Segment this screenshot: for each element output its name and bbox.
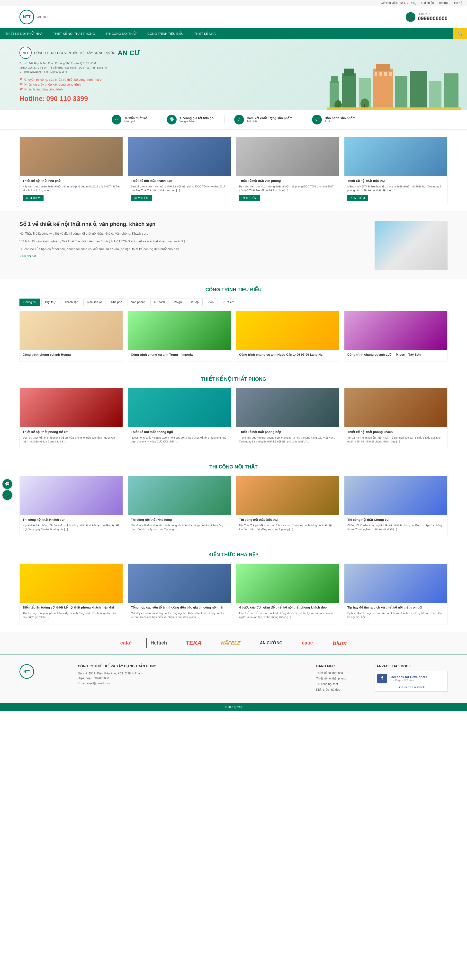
nav-contact-link[interactable]: Liên hệ: [453, 1, 462, 5]
svg-rect-19: [327, 107, 461, 110]
card-phong-tre-em: Thiết kế nội thất phòng trẻ em Đối ngũ t…: [19, 388, 123, 449]
brand-cata-2[interactable]: cataC: [297, 638, 318, 648]
footer-logo-circle: NTT: [19, 664, 34, 679]
nav-intro-link[interactable]: Giới thiệu: [421, 1, 434, 5]
kn-img-1: [20, 564, 123, 603]
phone-icon: 📞: [406, 12, 416, 22]
card-nha-pho: Thiết kế nội thất nhà phố Hãy xem qua 1 …: [19, 137, 123, 204]
find-fb-link[interactable]: Find us on Facebook: [397, 686, 425, 689]
card-tc-biet-thu: Thi công nội thất Biệt thự Nội Thất Trẻ …: [236, 476, 339, 537]
feature-price: 💎 Tư công giá tốt hơn gói Với giá thành: [157, 115, 225, 124]
btn-more-khach-san[interactable]: XEM THÊM: [131, 195, 152, 201]
banner: NTT CÔNG TY TNHH TƯ VẤN ĐẦU TƯ - XÂY DỰN…: [0, 40, 467, 110]
cong-trinh-tabs: Chung cư Biệt thự Khách sạn Nhà liên kế …: [19, 299, 448, 306]
working-hours: Giờ làm việc: 8:00(T2 - CN): [381, 1, 416, 5]
top-bar: Giờ làm việc: 8:00(T2 - CN) Giới thiệu T…: [0, 0, 467, 6]
tab-p-khach[interactable]: P.Khách: [150, 299, 169, 306]
card-img-phong-bep: [236, 388, 339, 427]
logo-sub: NỘI THẤT: [37, 16, 48, 19]
brand-cata-1[interactable]: cataC: [115, 638, 137, 648]
kn-card-1: Biến tấu ấn tượng với thiết kế nội thất …: [19, 563, 123, 625]
facebook-icon: f: [377, 674, 387, 683]
card-phong-ngu: Thiết kế nội thất phòng ngủ Ngoài nơi nh…: [128, 388, 231, 449]
brand-hafele[interactable]: HÄFELE: [216, 638, 245, 648]
feature-icon-price: 💎: [167, 115, 177, 124]
logo[interactable]: NTT NỘI THẤT: [19, 10, 48, 24]
nav-news-link[interactable]: Tin tức: [438, 1, 448, 5]
project-4: Công trình chung cư anh Lưởi – Mipec – T…: [344, 311, 448, 361]
tab-p-bep[interactable]: P.Bếp: [187, 299, 202, 306]
tab-nha-pho[interactable]: Nhà phố: [107, 299, 126, 306]
card-img-phong-khach: [344, 388, 447, 427]
feature-quality: ✓ Cam kết chất lượng sản phẩm Tốt nhất: [225, 115, 302, 124]
banner-address: Trụ sở: 147 Huynh Tấn Phát, Phường Phú T…: [19, 61, 448, 74]
btn-more-biet-thu[interactable]: XEM THÊM: [347, 195, 368, 201]
cong-trinh-section: CÔNG TRÌNH TIÊU BIỂU Chung cư Biệt thự K…: [0, 279, 467, 369]
banner-logo-text: NTT: [22, 51, 29, 55]
search-button[interactable]: 🔍: [453, 28, 467, 40]
tab-nha-lien-ke[interactable]: Nhà liên kế: [83, 299, 106, 306]
find-on-facebook[interactable]: Find us on Facebook: [377, 685, 445, 689]
banner-company-name: AN CƯ: [118, 49, 140, 57]
card-img-tc-khach-san: [20, 476, 123, 515]
tab-biet-thu[interactable]: Biệt thự: [41, 299, 59, 306]
card-img-phong-tre-em: [20, 388, 123, 427]
kien-thuc-section: KIẾN THỨC NHÀ ĐẸP Biến tấu ấn tượng với …: [0, 544, 467, 632]
banner-logo: NTT CÔNG TY TNHH TƯ VẤN ĐẦU TƯ - XÂY DỰN…: [19, 47, 448, 59]
tab-p-an[interactable]: P.Ăn: [204, 299, 217, 306]
banner-company-label: CÔNG TY TNHH TƯ VẤN ĐẦU TƯ - XÂY DỰNG ĐỊ…: [34, 51, 115, 55]
brand-ancuong[interactable]: AN CƯỜNG: [255, 638, 287, 648]
kien-thuc-grid: Biến tấu ấn tượng với thiết kế nội thất …: [19, 563, 448, 625]
nav-item-cong-trinh[interactable]: CÔNG TRÌNH TIÊU BIỂU: [142, 29, 189, 39]
tab-p-tre-em[interactable]: P.Trẻ em: [219, 299, 238, 306]
card-phong-bep: Thiết kế nội thất phòng bếp Trong lĩnh v…: [236, 388, 339, 449]
phone-button[interactable]: 📞: [2, 490, 12, 500]
about-content: Số 1 về thiết kế nội thất nhà ở, văn phò…: [19, 221, 365, 258]
banner-services: Chuyên thi công, sửa chữa và thiết kế cô…: [19, 78, 448, 91]
footer-menu-item-2[interactable]: Thiết kế nội thất phòng: [316, 676, 365, 680]
tab-khach-san[interactable]: Khách sạn: [61, 299, 82, 306]
tab-p-ngu[interactable]: P.Ngủ: [170, 299, 186, 306]
footer-menu-item-1[interactable]: Thiết kế nội thất nhà: [316, 671, 365, 675]
logo-text: NTT: [23, 15, 30, 19]
kn-img-4: [344, 564, 447, 603]
hotline-label: HOTLINE:: [418, 13, 448, 15]
chat-button[interactable]: 💬: [2, 479, 12, 489]
thiet-ke-phong-grid: Thiết kế nội thất phòng trẻ em Đối ngũ t…: [19, 388, 448, 449]
nav-item-nha[interactable]: THIẾT KẾ NỘI THẤT NHÀ: [0, 29, 48, 39]
tab-chung-cu[interactable]: Chung cư: [19, 299, 40, 306]
footer-menu-list: Thiết kế nội thất nhà Thiết kế nội thất …: [316, 671, 365, 691]
fanpage-like-section: f Facebook for Developers Like Page · 12…: [377, 674, 445, 683]
about-image: [375, 221, 448, 270]
nav-item-thiet-ke-nha[interactable]: THIẾT KẾ NHÀ: [189, 29, 221, 39]
card-img-khach-san: [128, 137, 231, 176]
feature-icon-warranty: 🛡: [312, 115, 322, 124]
brand-hettich[interactable]: Hettich: [147, 638, 171, 648]
project-img-1: [20, 311, 123, 350]
banner-content: NTT CÔNG TY TNHH TƯ VẤN ĐẦU TƯ - XÂY DỰN…: [19, 47, 448, 103]
about-section: Số 1 về thiết kế nội thất nhà ở, văn phò…: [0, 211, 467, 279]
nav-item-phong[interactable]: THIẾT KẾ NỘI THẤT PHÒNG: [48, 29, 100, 39]
card-tc-khach-san: Thi công nội thất Khách sạn Ngoài thiết …: [19, 476, 123, 537]
brand-teka[interactable]: TEKA: [181, 637, 207, 649]
footer-logo-text: NTT: [23, 670, 30, 673]
nav-item-thi-cong[interactable]: THI CÔNG NỘI THẤT: [100, 29, 142, 39]
footer-company-col: CÔNG TY THIẾT KẾ VÀ XÂY DỰNG TRẦN HƯNG Đ…: [78, 664, 306, 694]
card-phong-khach: Thiết kế nội thất phòng khách Với 15 năm…: [344, 388, 448, 449]
footer-bottom: © Bản quyền: [0, 703, 467, 711]
footer-menu-item-4[interactable]: Kiến thức nhà đẹp: [316, 688, 365, 691]
btn-more-nha-pho[interactable]: XEM THÊM: [22, 195, 43, 201]
card-img-van-phong: [236, 137, 339, 176]
footer-fanpage-col: FANPAGE FACEBOOK f Facebook for Develope…: [375, 664, 448, 694]
project-1: Công trình chung cư anh Hoàng: [19, 311, 123, 361]
banner-hotline: Hotline: 090 110 3399: [19, 95, 448, 103]
brand-blum[interactable]: blum: [328, 637, 351, 649]
footer-menu-item-3[interactable]: Thi công nội thất: [316, 682, 365, 686]
thi-cong-grid: Thi công nội thất Khách sạn Ngoài thiết …: [19, 476, 448, 537]
tab-van-phong[interactable]: Văn phòng: [127, 299, 149, 306]
about-link[interactable]: Xem chi tiết: [19, 254, 36, 258]
btn-more-van-phong[interactable]: XEM THÊM: [239, 195, 260, 201]
footer-logo-col: NTT: [19, 664, 68, 694]
features-bar: ✏ Tư vấn thiết kế Miễn phí 💎 Tư công giá…: [0, 110, 467, 130]
hotline-number: 0999000000: [418, 15, 448, 22]
